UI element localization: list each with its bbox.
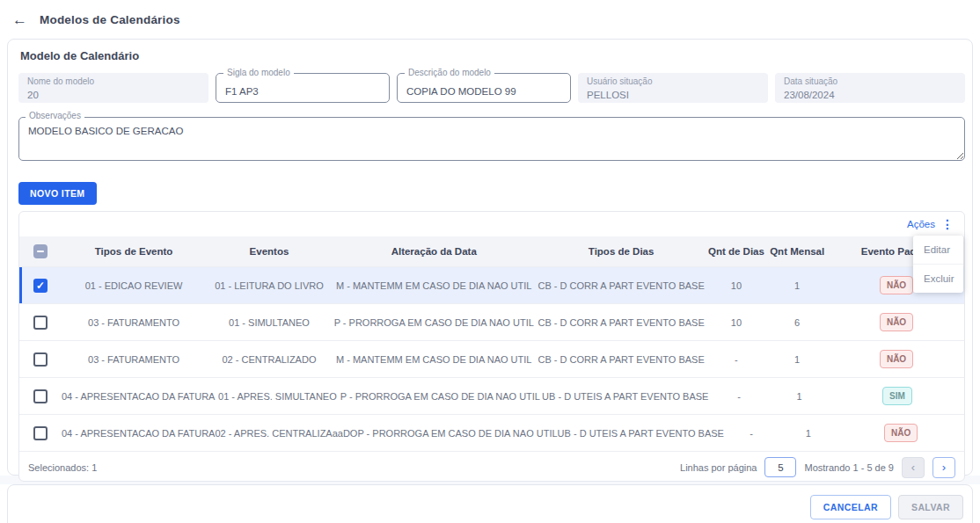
cell-5: -: [710, 391, 768, 402]
cell-2: 01 - SIMULTANEO: [206, 317, 333, 328]
row-checkbox[interactable]: [33, 352, 48, 367]
cell-5: 10: [707, 317, 766, 328]
page-title: Modelos de Calendários: [40, 13, 180, 26]
items-table-card: Ações ⋮ EditarExcluir Tipos de EventoEve…: [18, 211, 965, 482]
table-row[interactable]: 03 - FATURAMENTO02 - CENTRALIZADOM - MAN…: [19, 340, 964, 377]
field-label: Usuário situação: [587, 76, 759, 86]
row-checkbox-cell: [19, 352, 62, 367]
cell-2: 01 - APRES. SIMULTANEO: [215, 391, 340, 402]
badge-cell: NÃO: [829, 350, 964, 368]
field-descricao-do-modelo: Descrição do modelo: [397, 73, 571, 103]
cell-2: 01 - LEITURA DO LIVRO: [206, 280, 333, 291]
field-nome-do-modelo: Nome do modelo 20: [18, 73, 208, 103]
cell-3: M - MANTEMM EM CASO DE DIA NAO UTIL: [333, 354, 536, 365]
cell-6: 1: [768, 391, 830, 402]
table-row[interactable]: 03 - FATURAMENTO01 - SIMULTANEOP - PRORR…: [19, 303, 964, 340]
cell-6: 1: [765, 354, 829, 365]
cell-5: 10: [707, 280, 766, 291]
table-row[interactable]: 04 - APRESENTACAO DA FATURA01 - APRES. S…: [19, 377, 964, 414]
column-header-4: Tipos de Dias: [536, 246, 707, 257]
cell-4: CB - D CORR A PART EVENTO BASE: [536, 317, 707, 328]
row-checkbox-cell: [19, 426, 62, 440]
cell-1: 04 - APRESENTACAO DA FATURA: [62, 428, 215, 439]
save-button[interactable]: SALVAR: [898, 495, 963, 519]
column-header-1: Tipos de Evento: [62, 246, 206, 257]
back-arrow-icon[interactable]: ←: [12, 12, 27, 27]
cell-3: P - PRORROGA EM CASO DE DIA NAO UTIL: [357, 428, 557, 439]
select-all-checkbox[interactable]: [33, 244, 48, 258]
rows-per-page-label: Linhas por página: [680, 462, 757, 473]
evento-padrao-badge: NÃO: [880, 313, 913, 331]
kebab-menu-icon[interactable]: ⋮: [941, 218, 954, 230]
evento-padrao-badge: NÃO: [884, 424, 918, 442]
footer-action-bar: CANCELAR SALVAR: [7, 484, 973, 523]
showing-range-label: Mostrando 1 - 5 de 9: [804, 462, 894, 473]
cell-3: M - MANTEMM EM CASO DE DIA NAO UTIL: [333, 280, 536, 291]
cell-6: 1: [779, 428, 837, 439]
field-value: 20: [27, 90, 39, 100]
row-checkbox[interactable]: [33, 279, 48, 293]
selected-count: Selecionados: 1: [28, 462, 97, 473]
cell-6: 6: [765, 317, 829, 328]
app-header: ← Modelos de Calendários: [0, 0, 980, 39]
actions-menu-label[interactable]: Ações: [907, 219, 935, 229]
evento-padrao-badge: SIM: [882, 387, 912, 405]
cell-3: P - PRORROGA EM CASO DE DIA NAO UTIL: [340, 391, 540, 402]
select-all-cell: [19, 244, 62, 258]
cell-4: CB - D CORR A PART EVENTO BASE: [536, 354, 707, 365]
row-checkbox-cell: [19, 316, 62, 330]
cell-4: UB - D UTEIS A PART EVENTO BASE: [558, 428, 724, 439]
pagination: Linhas por página Mostrando 1 - 5 de 9 ‹…: [680, 457, 955, 478]
evento-padrao-badge: NÃO: [880, 350, 913, 368]
row-checkbox[interactable]: [33, 426, 48, 440]
cell-4: CB - D CORR A PART EVENTO BASE: [536, 280, 707, 291]
menu-item-editar[interactable]: Editar: [913, 236, 963, 264]
cell-1: 01 - EDICAO REVIEW: [62, 280, 206, 291]
field-observacoes: Observações MODELO BASICO DE GERACAO: [18, 117, 965, 164]
field-label: Observações: [26, 112, 84, 120]
cell-6: 1: [765, 280, 829, 291]
row-checkbox[interactable]: [33, 389, 48, 403]
next-page-button[interactable]: ›: [932, 457, 955, 478]
table-row[interactable]: 01 - EDICAO REVIEW01 - LEITURA DO LIVROM…: [19, 266, 964, 303]
prev-page-button[interactable]: ‹: [902, 457, 925, 478]
cell-1: 04 - APRESENTACAO DA FATURA: [62, 391, 215, 402]
actions-dropdown: EditarExcluir: [913, 236, 963, 293]
cell-4: UB - D UTEIS A PART EVENTO BASE: [540, 391, 710, 402]
row-checkbox-cell: [19, 389, 62, 403]
field-label: Sigla do modelo: [223, 69, 294, 77]
table-header-row: Tipos de EventoEventosAlteração da DataT…: [19, 236, 964, 266]
form-fields-row: Nome do modelo 20 Sigla do modelo Descri…: [18, 73, 965, 103]
rows-per-page-input[interactable]: [764, 457, 796, 477]
table-row[interactable]: 04 - APRESENTACAO DA FATURA02 - APRES. C…: [19, 414, 964, 451]
section-title: Modelo de Calendário: [20, 49, 966, 62]
observacoes-textarea[interactable]: MODELO BASICO DE GERACAO: [18, 117, 965, 161]
cell-1: 03 - FATURAMENTO: [62, 317, 206, 328]
table-footer: Selecionados: 1 Linhas por página Mostra…: [19, 451, 964, 483]
column-header-6: Qnt Mensal: [765, 246, 829, 257]
cell-2: 02 - APRES. CENTRALIZAaaDO: [215, 428, 357, 439]
field-label: Nome do modelo: [27, 76, 200, 86]
sigla-input[interactable]: [216, 74, 389, 102]
table-body: 01 - EDICAO REVIEW01 - LEITURA DO LIVROM…: [19, 266, 964, 451]
novo-item-button[interactable]: NOVO ITEM: [18, 182, 97, 205]
field-label: Data situação: [784, 76, 956, 86]
column-header-5: Qnt de Dias: [707, 246, 766, 257]
cell-1: 03 - FATURAMENTO: [62, 354, 206, 365]
menu-item-excluir[interactable]: Excluir: [913, 264, 963, 293]
cancel-button[interactable]: CANCELAR: [810, 495, 891, 519]
cell-5: -: [707, 354, 766, 365]
field-label: Descrição do modelo: [405, 69, 494, 77]
field-data-situacao: Data situação 23/08/2024: [775, 73, 965, 103]
field-value: 23/08/2024: [784, 90, 835, 100]
field-value: PELLOSI: [587, 90, 629, 100]
badge-cell: NÃO: [829, 313, 964, 331]
model-card: Modelo de Calendário Nome do modelo 20 S…: [7, 39, 973, 476]
row-checkbox[interactable]: [33, 316, 48, 330]
cell-2: 02 - CENTRALIZADO: [206, 354, 333, 365]
descricao-input[interactable]: [398, 74, 570, 102]
badge-cell: SIM: [830, 387, 964, 405]
badge-cell: NÃO: [837, 424, 964, 442]
cell-3: P - PRORROGA EM CASO DE DIA NAO UTIL: [333, 317, 536, 328]
column-header-3: Alteração da Data: [333, 246, 536, 257]
